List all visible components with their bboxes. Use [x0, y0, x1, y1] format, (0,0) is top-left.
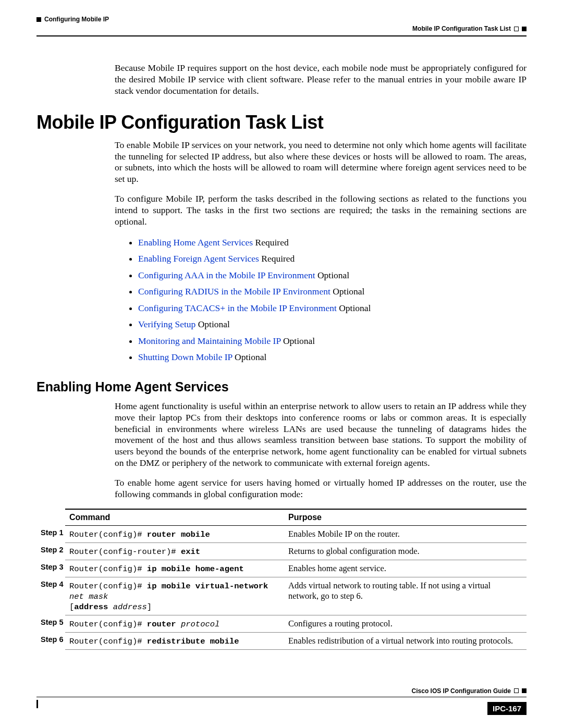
- task-suffix: Optional: [315, 270, 350, 280]
- command-cell: Router(config)# router mobile: [65, 525, 284, 542]
- task-suffix: Required: [259, 253, 295, 264]
- task-suffix: Required: [253, 237, 289, 248]
- header-section-text: Mobile IP Configuration Task List: [412, 25, 511, 32]
- purpose-cell: Adds virtual network to routing table. I…: [284, 577, 527, 615]
- purpose-cell: Enables home agent service.: [284, 560, 527, 577]
- command-cell: Router(config)# ip mobile virtual-networ…: [65, 577, 284, 615]
- step-label: Step 3: [36, 560, 65, 577]
- para-3: Home agent functionality is useful withi…: [115, 401, 527, 469]
- task-list-item: Verifying Setup Optional: [138, 318, 527, 331]
- intro-paragraph: Because Mobile IP requires support on th…: [115, 63, 527, 97]
- step-label: Step 1: [36, 525, 65, 542]
- task-list-item: Configuring TACACS+ in the Mobile IP Env…: [138, 302, 527, 315]
- table-row: Step 1Router(config)# router mobileEnabl…: [36, 525, 527, 542]
- footer-marker-icon: [522, 688, 527, 693]
- step-label: Step 5: [36, 615, 65, 632]
- task-list-item: Shutting Down Mobile IP Optional: [138, 351, 527, 364]
- task-link[interactable]: Shutting Down Mobile IP: [138, 352, 232, 362]
- th-purpose: Purpose: [284, 509, 527, 526]
- task-list: Enabling Home Agent Services RequiredEna…: [36, 236, 527, 364]
- command-table: Command Purpose Step 1Router(config)# ro…: [36, 509, 527, 650]
- para-4: To enable home agent service for users h…: [115, 477, 527, 500]
- command-cell: Router(config)# router protocol: [65, 615, 284, 632]
- task-suffix: Optional: [337, 303, 371, 313]
- page-footer: Cisco IOS IP Configuration Guide IPC-167: [36, 697, 527, 697]
- task-list-item: Monitoring and Maintaining Mobile IP Opt…: [138, 335, 527, 348]
- task-list-item: Enabling Home Agent Services Required: [138, 236, 527, 249]
- step-label: Step 2: [36, 542, 65, 560]
- purpose-cell: Enables redistribution of a virtual netw…: [284, 632, 527, 649]
- purpose-cell: Configures a routing protocol.: [284, 615, 527, 632]
- task-list-item: Configuring AAA in the Mobile IP Environ…: [138, 269, 527, 282]
- task-link[interactable]: Configuring AAA in the Mobile IP Environ…: [138, 270, 315, 280]
- purpose-cell: Returns to global configuration mode.: [284, 542, 527, 560]
- task-link[interactable]: Enabling Foreign Agent Services: [138, 253, 259, 264]
- para-1: To enable Mobile IP services on your net…: [115, 140, 527, 186]
- header-chapter: Configuring Mobile IP: [36, 16, 109, 23]
- page-number: IPC-167: [487, 702, 527, 715]
- step-label: Step 4: [36, 577, 65, 615]
- task-link[interactable]: Monitoring and Maintaining Mobile IP: [138, 336, 281, 346]
- header-marker-outline-icon: [514, 27, 519, 31]
- header-marker-icon: [36, 17, 41, 22]
- table-row: Step 5Router(config)# router protocolCon…: [36, 615, 527, 632]
- task-suffix: Optional: [232, 352, 267, 362]
- task-suffix: Optional: [281, 336, 315, 346]
- footer-marker-outline-icon: [514, 688, 519, 693]
- header-marker-icon: [522, 27, 527, 31]
- table-row: Step 6Router(config)# redistribute mobil…: [36, 632, 527, 649]
- task-link[interactable]: Configuring TACACS+ in the Mobile IP Env…: [138, 303, 337, 313]
- task-list-item: Enabling Foreign Agent Services Required: [138, 252, 527, 265]
- header-chapter-text: Configuring Mobile IP: [44, 16, 109, 23]
- step-label: Step 6: [36, 632, 65, 649]
- header-section: Mobile IP Configuration Task List: [412, 25, 527, 32]
- section-heading: Mobile IP Configuration Task List: [36, 112, 527, 133]
- table-row: Step 4Router(config)# ip mobile virtual-…: [36, 577, 527, 615]
- task-link[interactable]: Configuring RADIUS in the Mobile IP Envi…: [138, 286, 331, 297]
- task-suffix: Optional: [331, 286, 365, 297]
- command-cell: Router(config)# redistribute mobile: [65, 632, 284, 649]
- task-list-item: Configuring RADIUS in the Mobile IP Envi…: [138, 285, 527, 298]
- para-2: To configure Mobile IP, perform the task…: [115, 193, 527, 228]
- command-cell: Router(config)# ip mobile home-agent: [65, 560, 284, 577]
- task-link[interactable]: Verifying Setup: [138, 319, 195, 329]
- table-row: Step 3Router(config)# ip mobile home-age…: [36, 560, 527, 577]
- th-command: Command: [65, 509, 284, 526]
- task-suffix: Optional: [195, 319, 230, 329]
- footer-guide-text: Cisco IOS IP Configuration Guide: [412, 687, 511, 695]
- table-row: Step 2Router(config-router)# exitReturns…: [36, 542, 527, 560]
- subsection-heading: Enabling Home Agent Services: [36, 379, 527, 394]
- purpose-cell: Enables Mobile IP on the router.: [284, 525, 527, 542]
- task-link[interactable]: Enabling Home Agent Services: [138, 237, 253, 248]
- command-cell: Router(config-router)# exit: [65, 542, 284, 560]
